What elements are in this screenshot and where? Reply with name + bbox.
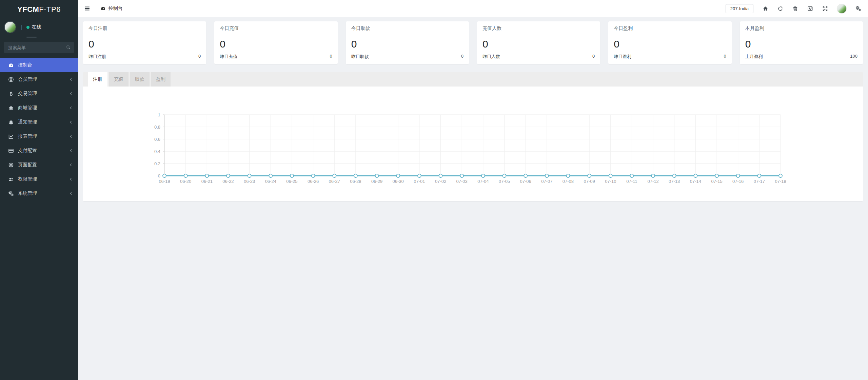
brand-logo[interactable]: YFCMF-TP6 <box>0 0 78 19</box>
sidebar-item-dashboard[interactable]: 控制台 <box>0 58 78 72</box>
settings-button[interactable] <box>855 6 861 12</box>
sidebar-item-label: 报表管理 <box>18 133 68 139</box>
dashboard-icon <box>8 62 14 68</box>
sidebar-item-auth[interactable]: 权限管理 <box>0 172 78 186</box>
sidebar-item-label: 支付配置 <box>18 148 68 154</box>
main-area: 控制台 207-India 今日注册0昨日注册0今日充值0昨日充值0今日取款0昨… <box>78 0 868 380</box>
stat-card: 今日盈利0昨日盈利0 <box>608 21 731 64</box>
chart-panel: 注册充值取款盈利 00.20.40.60.8106-1906-2006-2106… <box>83 72 863 201</box>
sidebar-item-label: 会员管理 <box>18 76 68 82</box>
tab-注册[interactable]: 注册 <box>88 72 107 87</box>
svg-text:07-13: 07-13 <box>669 179 680 184</box>
member-icon <box>8 77 14 82</box>
stat-card-footer-label: 昨日取款 <box>351 54 369 60</box>
sidebar-item-system[interactable]: 系统管理 <box>0 186 78 201</box>
stat-card-footer-value: 0 <box>724 54 726 60</box>
page-icon <box>8 162 14 168</box>
stat-card-title: 今日取款 <box>351 25 463 35</box>
svg-text:07-06: 07-06 <box>520 179 531 184</box>
chevron-left-icon <box>68 77 73 82</box>
users-icon <box>8 176 14 182</box>
user-avatar[interactable] <box>837 4 846 13</box>
stat-card-footer-label: 昨日注册 <box>88 54 106 60</box>
stat-card-footer-value: 0 <box>592 54 595 60</box>
breadcrumb-tab-dashboard[interactable]: 控制台 <box>100 5 123 12</box>
svg-text:06-30: 06-30 <box>393 179 404 184</box>
svg-text:07-03: 07-03 <box>456 179 468 184</box>
sidebar-item-shop[interactable]: 商城管理 <box>0 101 78 115</box>
clear-cache-button[interactable] <box>792 6 798 12</box>
sidebar-item-report[interactable]: 报表管理 <box>0 129 78 144</box>
language-button[interactable]: 207-India <box>726 4 753 13</box>
svg-text:07-09: 07-09 <box>584 179 595 184</box>
svg-text:06-28: 06-28 <box>350 179 361 184</box>
svg-text:07-07: 07-07 <box>541 179 552 184</box>
stat-card: 今日充值0昨日充值0 <box>214 21 337 64</box>
breadcrumb-label: 控制台 <box>108 5 123 12</box>
sidebar-item-payment[interactable]: 支付配置 <box>0 144 78 158</box>
refresh-button[interactable] <box>777 6 783 12</box>
sidebar-item-page[interactable]: 页面配置 <box>0 158 78 172</box>
home-button[interactable] <box>763 6 768 12</box>
tab-充值[interactable]: 充值 <box>109 72 129 87</box>
svg-text:07-02: 07-02 <box>435 179 446 184</box>
svg-text:0.8: 0.8 <box>154 125 160 130</box>
chevron-left-icon <box>68 148 73 153</box>
online-status-dot <box>26 26 29 29</box>
stat-card-footer: 昨日取款0 <box>351 54 463 60</box>
cogs-icon <box>8 191 14 196</box>
stat-card: 今日注册0昨日注册0 <box>83 21 206 64</box>
svg-text:06-21: 06-21 <box>201 179 213 184</box>
chevron-left-icon <box>68 177 73 182</box>
stat-card-footer-label: 昨日盈利 <box>614 54 631 60</box>
hamburger-menu-icon[interactable] <box>84 5 90 12</box>
fullscreen-button[interactable] <box>822 6 828 12</box>
separator: | <box>21 24 22 30</box>
stat-card-title: 充值人数 <box>482 25 595 35</box>
sidebar-item-label: 权限管理 <box>18 176 68 182</box>
stat-card-footer-value: 100 <box>850 54 857 60</box>
bitcoin-icon <box>8 91 14 97</box>
stat-card-footer-value: 0 <box>330 54 332 60</box>
tab-盈利[interactable]: 盈利 <box>151 72 171 87</box>
svg-text:0.2: 0.2 <box>154 161 160 166</box>
chevron-left-icon <box>68 191 73 196</box>
sidebar-item-label: 系统管理 <box>18 190 68 196</box>
menu-search-input[interactable] <box>4 42 74 53</box>
svg-text:06-22: 06-22 <box>222 179 234 184</box>
chevron-left-icon <box>68 134 73 139</box>
bell-icon <box>8 119 14 125</box>
sidebar-item-member[interactable]: 会员管理 <box>0 72 78 87</box>
sidebar-item-label: 交易管理 <box>18 91 68 97</box>
tab-取款[interactable]: 取款 <box>130 72 150 87</box>
stat-card-value: 0 <box>482 38 595 50</box>
stat-card-footer-value: 0 <box>198 54 201 60</box>
search-icon[interactable] <box>66 45 71 50</box>
stat-card-footer: 昨日充值0 <box>220 54 332 60</box>
svg-text:06-20: 06-20 <box>180 179 191 184</box>
svg-text:0: 0 <box>158 173 160 178</box>
topbar: 控制台 207-India <box>78 0 868 17</box>
stat-card-footer-label: 昨日人数 <box>482 54 500 60</box>
chevron-left-icon <box>68 91 73 96</box>
sidebar-item-trade[interactable]: 交易管理 <box>0 87 78 101</box>
svg-text:07-17: 07-17 <box>754 179 765 184</box>
chevron-left-icon <box>68 106 73 110</box>
stat-card-value: 0 <box>614 38 726 50</box>
sidebar-item-notice[interactable]: 通知管理 <box>0 115 78 129</box>
sidebar-item-label: 控制台 <box>18 62 73 68</box>
stat-card-title: 今日盈利 <box>614 25 726 35</box>
stat-card: 充值人数0昨日人数0 <box>477 21 600 64</box>
sidebar-item-label: 商城管理 <box>18 105 68 111</box>
shop-icon <box>8 105 14 111</box>
svg-text:06-25: 06-25 <box>286 179 297 184</box>
brand-text: F-TP6 <box>39 5 61 14</box>
stat-card-title: 今日注册 <box>88 25 201 35</box>
line-chart: 00.20.40.60.8106-1906-2006-2106-2206-230… <box>83 87 863 201</box>
svg-text:06-26: 06-26 <box>308 179 319 184</box>
stat-card-footer: 昨日人数0 <box>482 54 595 60</box>
translate-button[interactable] <box>807 6 813 12</box>
stat-card-value: 0 <box>88 38 201 50</box>
dashboard-icon <box>100 6 106 11</box>
svg-text:06-24: 06-24 <box>265 179 276 184</box>
